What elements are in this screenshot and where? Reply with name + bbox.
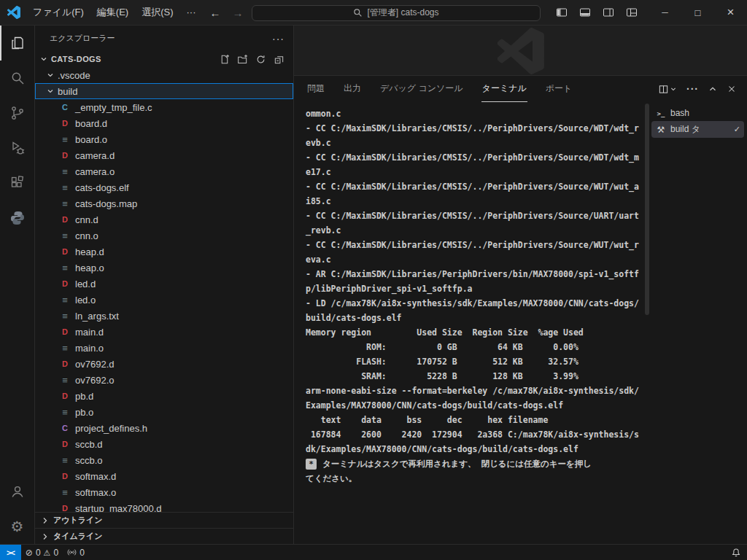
task-success-check-icon: ✓: [734, 125, 740, 134]
panel-tab[interactable]: 出力: [343, 76, 362, 102]
file-row[interactable]: softmax.o: [35, 484, 293, 500]
command-center-search[interactable]: [管理者] cats-dogs: [252, 5, 541, 21]
menu-item[interactable]: 編集(E): [90, 4, 135, 21]
terminal-line: Examples/MAX78000/CNN/cats-dogs/build/ca…: [306, 398, 644, 413]
collapse-all-icon[interactable]: [274, 54, 285, 65]
panel-tab[interactable]: デバッグ コンソール: [379, 76, 464, 102]
nav-back-button[interactable]: ←: [206, 7, 224, 19]
panel-tab[interactable]: ポート: [545, 76, 573, 102]
file-row[interactable]: board.d: [35, 115, 293, 131]
nav-forward-button[interactable]: →: [229, 7, 247, 19]
file-row[interactable]: sccb.o: [35, 452, 293, 468]
file-icon: [59, 230, 71, 241]
section-label: アウトライン: [53, 515, 103, 526]
menu-item[interactable]: ···: [180, 4, 203, 21]
file-row[interactable]: main.d: [35, 324, 293, 340]
file-row[interactable]: startup_max78000.d: [35, 500, 293, 512]
toggle-panel-icon[interactable]: [576, 3, 595, 22]
file-name: led.d: [75, 279, 96, 289]
terminal-output[interactable]: ommon.c- CC C:/MaximSDK/Libraries/CMSIS/…: [294, 102, 644, 544]
settings-gear-icon[interactable]: [0, 509, 34, 544]
folder-row[interactable]: .vscode: [35, 67, 293, 83]
file-row[interactable]: cats-dogs.map: [35, 195, 293, 211]
terminal-tab[interactable]: build タ ✓: [651, 121, 744, 138]
source-control-icon[interactable]: [0, 96, 34, 131]
empty-editor[interactable]: [294, 26, 747, 75]
refresh-icon[interactable]: [255, 54, 266, 65]
file-name: softmax.d: [75, 471, 116, 482]
editor-group: 問題出力デバッグ コンソールターミナルポート ···: [294, 26, 747, 544]
problems-status[interactable]: 0 0: [21, 545, 63, 560]
sidebar-more-actions[interactable]: ···: [272, 33, 285, 44]
close-button[interactable]: ×: [714, 0, 747, 26]
toggle-primary-sidebar-icon[interactable]: [552, 3, 571, 22]
file-row[interactable]: softmax.d: [35, 468, 293, 484]
terminal-scrollbar[interactable]: [644, 102, 650, 544]
file-row[interactable]: cats-dogs.elf: [35, 179, 293, 195]
explorer-actions: [219, 54, 293, 65]
file-row[interactable]: heap.d: [35, 244, 293, 260]
file-row[interactable]: board.o: [35, 131, 293, 147]
folder-row[interactable]: build: [35, 83, 293, 99]
file-row[interactable]: heap.o: [35, 260, 293, 276]
sidebar-section[interactable]: アウトライン: [35, 512, 293, 528]
scrollbar-thumb[interactable]: [645, 104, 649, 315]
account-icon[interactable]: [0, 474, 34, 509]
file-row[interactable]: cnn.d: [35, 211, 293, 228]
file-row[interactable]: led.d: [35, 276, 293, 292]
section-label: タイムライン: [53, 531, 103, 542]
panel-tab[interactable]: ターミナル: [481, 76, 527, 102]
python-icon[interactable]: [0, 201, 34, 236]
file-row[interactable]: camera.d: [35, 147, 293, 163]
file-name: led.o: [75, 295, 96, 306]
project-section-header[interactable]: CATS-DOGS: [35, 51, 293, 67]
new-folder-icon[interactable]: [237, 54, 248, 65]
panel-tab[interactable]: 問題: [306, 76, 325, 102]
toggle-secondary-sidebar-icon[interactable]: [599, 3, 618, 22]
search-view-icon[interactable]: [0, 61, 34, 96]
file-name: cats-dogs.elf: [75, 182, 129, 193]
file-row[interactable]: cnn.o: [35, 228, 293, 244]
file-row[interactable]: project_defines.h: [35, 420, 293, 436]
file-row[interactable]: main.o: [35, 340, 293, 356]
file-row[interactable]: led.o: [35, 292, 293, 308]
file-row[interactable]: pb.d: [35, 388, 293, 404]
file-row[interactable]: camera.o: [35, 163, 293, 179]
errors-icon: [26, 548, 33, 558]
panel-more-actions-icon[interactable]: ···: [686, 83, 699, 95]
sidebar-title: エクスプローラー: [50, 33, 115, 44]
split-terminal-icon[interactable]: [658, 84, 678, 95]
terminal-line: Memory region Used Size Region Size %age…: [306, 325, 644, 340]
terminal-line: ommon.c: [306, 106, 644, 121]
file-row[interactable]: _empty_tmp_file.c: [35, 99, 293, 115]
file-icon: [59, 198, 71, 209]
customize-layout-icon[interactable]: [622, 3, 641, 22]
remote-indicator[interactable]: ><: [0, 545, 21, 560]
file-name: camera.o: [75, 166, 115, 177]
extensions-icon[interactable]: [0, 166, 34, 201]
new-file-icon[interactable]: [219, 54, 230, 65]
panel-header: 問題出力デバッグ コンソールターミナルポート ···: [294, 76, 747, 102]
file-row[interactable]: ln_args.txt: [35, 308, 293, 324]
sidebar-section[interactable]: タイムライン: [35, 528, 293, 544]
file-row[interactable]: ov7692.o: [35, 372, 293, 388]
menu-item[interactable]: 選択(S): [135, 4, 179, 21]
file-icon: [59, 472, 71, 481]
warnings-icon: [44, 548, 51, 558]
terminal-tab[interactable]: bash: [651, 104, 744, 121]
ports-status[interactable]: 0: [63, 545, 89, 560]
explorer-icon[interactable]: [0, 26, 34, 61]
file-name: sccb.d: [75, 439, 103, 450]
bell-icon[interactable]: [731, 548, 741, 558]
maximize-button[interactable]: □: [681, 0, 714, 26]
file-row[interactable]: ov7692.d: [35, 356, 293, 372]
close-panel-icon[interactable]: [727, 84, 737, 94]
file-icon: [59, 343, 71, 354]
maximize-panel-icon[interactable]: [708, 84, 718, 94]
menu-item[interactable]: ファイル(F): [26, 4, 90, 21]
run-debug-icon[interactable]: [0, 131, 34, 166]
sidebar-bottom-sections: アウトライン タイムライン: [35, 512, 293, 544]
file-row[interactable]: sccb.d: [35, 436, 293, 452]
file-row[interactable]: pb.o: [35, 404, 293, 420]
minimize-button[interactable]: ─: [649, 0, 681, 26]
